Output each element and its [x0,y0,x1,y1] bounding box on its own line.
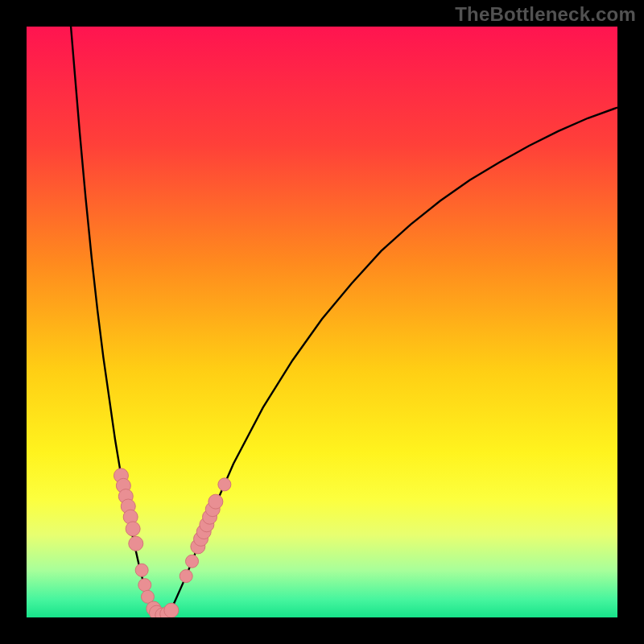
data-marker [135,564,148,576]
watermark-text: TheBottleneck.com [455,3,636,26]
data-marker [138,579,151,592]
data-marker [218,478,231,491]
chart-frame: TheBottleneck.com [0,0,644,644]
data-marker [186,555,199,568]
data-marker [126,522,140,536]
data-marker [180,570,192,583]
gradient-background [27,27,617,617]
bottleneck-chart [0,0,644,644]
data-marker [164,603,179,617]
data-marker [129,536,143,551]
data-marker [208,494,223,509]
